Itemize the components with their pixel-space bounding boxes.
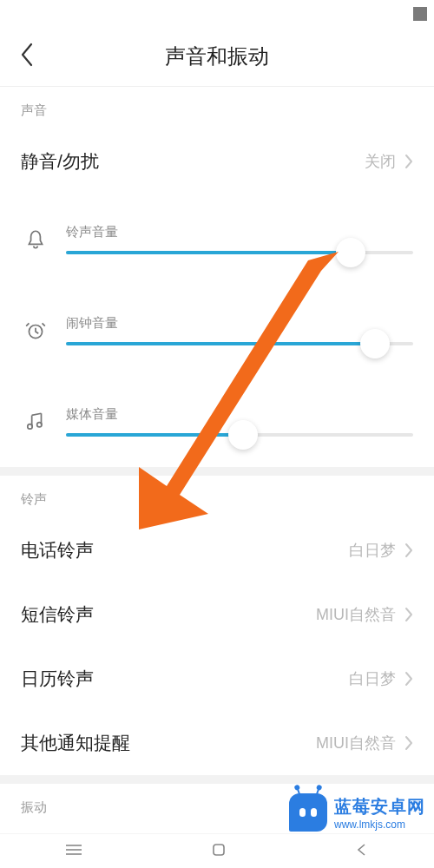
slider-alarm-thumb[interactable] xyxy=(360,329,390,358)
section-gap xyxy=(0,467,434,476)
slider-ringtone-thumb[interactable] xyxy=(336,238,365,267)
row-sms-ringtone-label: 短信铃声 xyxy=(21,602,316,627)
svg-rect-7 xyxy=(214,845,224,855)
music-note-icon xyxy=(21,411,50,433)
watermark: 蓝莓安卓网 www.lmkjs.com xyxy=(289,793,425,832)
slider-media-track[interactable] xyxy=(66,433,413,437)
watermark-logo-icon xyxy=(289,793,327,832)
slider-media-fill xyxy=(66,433,243,437)
slider-ringtone[interactable]: 铃声音量 xyxy=(0,194,434,285)
nav-home-button[interactable] xyxy=(211,842,227,861)
chevron-right-icon xyxy=(404,154,413,169)
header: 声音和振动 xyxy=(0,26,434,87)
row-calendar-ringtone-label: 日历铃声 xyxy=(21,667,349,691)
slider-ringtone-fill xyxy=(66,251,351,254)
watermark-url: www.lmkjs.com xyxy=(334,819,405,831)
slider-ringtone-label: 铃声音量 xyxy=(66,224,413,240)
android-navbar xyxy=(0,833,434,868)
slider-media[interactable]: 媒体音量 xyxy=(0,376,434,467)
slider-alarm-fill xyxy=(66,342,375,345)
page-title: 声音和振动 xyxy=(0,43,434,70)
slider-ringtone-track[interactable] xyxy=(66,251,413,254)
slider-alarm-track[interactable] xyxy=(66,342,413,345)
status-bar xyxy=(0,0,434,26)
chevron-right-icon xyxy=(404,735,413,751)
chevron-left-icon xyxy=(19,42,35,68)
back-button[interactable] xyxy=(19,42,35,71)
section-label-sound: 声音 xyxy=(0,87,434,129)
chevron-right-icon xyxy=(404,607,413,622)
row-calendar-ringtone[interactable]: 日历铃声 白日梦 xyxy=(0,647,434,711)
section-gap xyxy=(0,775,434,784)
status-block xyxy=(413,7,427,21)
row-dnd[interactable]: 静音/勿扰 关闭 xyxy=(0,129,434,194)
row-other-notif-label: 其他通知提醒 xyxy=(21,731,316,755)
slider-alarm[interactable]: 闹钟音量 xyxy=(0,285,434,376)
row-phone-ringtone[interactable]: 电话铃声 白日梦 xyxy=(0,518,434,582)
row-calendar-ringtone-value: 白日梦 xyxy=(349,668,396,689)
row-other-notif[interactable]: 其他通知提醒 MIUI自然音 xyxy=(0,711,434,775)
row-phone-ringtone-label: 电话铃声 xyxy=(21,538,349,562)
row-phone-ringtone-value: 白日梦 xyxy=(349,540,396,561)
row-sms-ringtone[interactable]: 短信铃声 MIUI自然音 xyxy=(0,582,434,647)
watermark-title: 蓝莓安卓网 xyxy=(334,795,425,819)
section-label-ringtone: 铃声 xyxy=(0,476,434,518)
bell-icon xyxy=(21,228,50,251)
slider-alarm-label: 闹钟音量 xyxy=(66,315,413,332)
chevron-right-icon xyxy=(404,671,413,687)
chevron-right-icon xyxy=(404,542,413,558)
row-sms-ringtone-value: MIUI自然音 xyxy=(316,604,396,625)
slider-media-thumb[interactable] xyxy=(228,420,258,450)
svg-point-2 xyxy=(37,422,42,426)
row-other-notif-value: MIUI自然音 xyxy=(316,733,396,753)
row-dnd-label: 静音/勿扰 xyxy=(21,149,365,174)
nav-recent-button[interactable] xyxy=(64,842,83,861)
nav-back-button[interactable] xyxy=(354,842,370,861)
svg-point-1 xyxy=(28,424,32,428)
alarm-clock-icon xyxy=(21,319,50,342)
row-dnd-value: 关闭 xyxy=(365,151,396,172)
